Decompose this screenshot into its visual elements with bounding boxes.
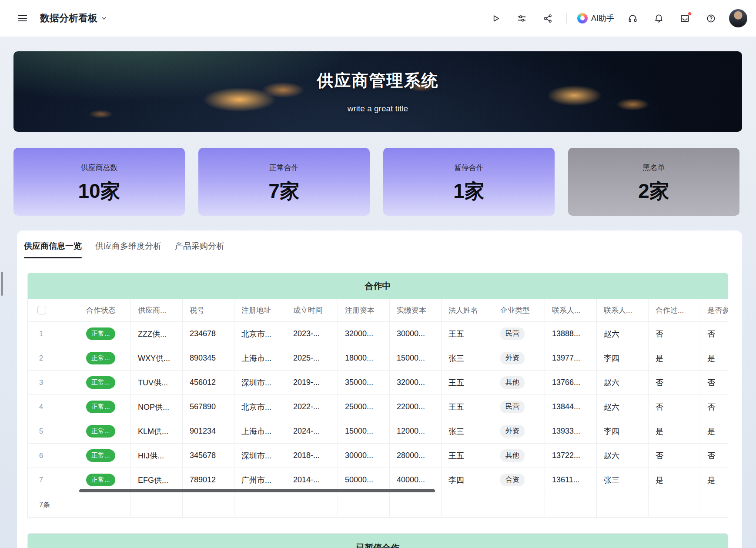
table-cell-phone[interactable]: 13722... (545, 444, 597, 468)
table-cell-name[interactable]: ZZZ供... (131, 322, 183, 346)
column-header[interactable]: 法人姓名 (442, 299, 493, 322)
table-cell-address[interactable]: 北京市... (234, 322, 286, 346)
table-cell-legal[interactable]: 张三 (442, 419, 493, 444)
table-cell-name[interactable]: HIJ供... (131, 444, 183, 468)
table-cell-reg_capital[interactable]: 25000... (338, 395, 390, 419)
table-cell-type[interactable]: 外资 (493, 419, 545, 444)
table-cell-reg_capital[interactable]: 32000... (338, 322, 390, 346)
table-cell-tax[interactable]: 567890 (183, 395, 234, 419)
present-button[interactable] (488, 10, 504, 26)
table-cell-reg_capital[interactable]: 18000... (338, 346, 390, 371)
stat-card-paused[interactable]: 暂停合作 1家 (383, 148, 555, 216)
stat-card-blacklist[interactable]: 黑名单 2家 (568, 148, 739, 216)
table-cell-tax[interactable]: 345678 (183, 444, 234, 468)
table-cell-joined[interactable]: 是 (700, 419, 728, 444)
table-cell-contact[interactable]: 张三 (597, 468, 649, 492)
table-cell-tax[interactable]: 456012 (183, 371, 234, 395)
table-cell-legal[interactable]: 李四 (442, 468, 493, 492)
column-header[interactable]: 注册地址 (234, 299, 286, 322)
table-cell-founded[interactable]: 2014-... (286, 468, 338, 492)
table-cell-coop[interactable]: 否 (649, 371, 700, 395)
table-cell-joined[interactable]: 否 (700, 322, 728, 346)
table-cell-paid_capital[interactable]: 32000... (390, 371, 442, 395)
dashboard-title-dropdown[interactable]: 数据分析看板 (40, 12, 108, 25)
column-header[interactable]: 成立时间 (286, 299, 338, 322)
table-cell-tax[interactable]: 901234 (183, 419, 234, 444)
table-cell-paid_capital[interactable]: 28000... (390, 444, 442, 468)
table-cell-address[interactable]: 上海市... (234, 419, 286, 444)
table-cell-contact[interactable]: 李四 (597, 346, 649, 371)
table-cell-joined[interactable]: 否 (700, 395, 728, 419)
select-all-checkbox[interactable] (37, 306, 46, 314)
settings-button[interactable] (514, 10, 530, 26)
menu-button[interactable] (15, 10, 30, 26)
stat-card-total[interactable]: 供应商总数 10家 (13, 148, 185, 216)
table-cell-contact[interactable]: 赵六 (597, 444, 649, 468)
table-cell-phone[interactable]: 13977... (545, 346, 597, 371)
column-header[interactable]: 税号 (183, 299, 234, 322)
table-cell-paid_capital[interactable]: 30000... (390, 322, 442, 346)
table-cell-phone[interactable]: 13844... (545, 395, 597, 419)
hero-subtitle[interactable]: write a great title (348, 104, 408, 114)
column-header[interactable]: 联系人... (597, 299, 649, 322)
table-cell-legal[interactable]: 王五 (442, 371, 493, 395)
table-cell-status[interactable]: 正常... (79, 419, 131, 444)
table-cell-type[interactable]: 民营 (493, 322, 545, 346)
table-cell-legal[interactable]: 王五 (442, 444, 493, 468)
table-cell-coop[interactable]: 否 (649, 395, 700, 419)
table-cell-coop[interactable]: 是 (649, 419, 700, 444)
table-cell-joined[interactable]: 否 (700, 371, 728, 395)
vertical-scrollbar[interactable] (1, 272, 3, 296)
table-cell-paid_capital[interactable]: 40000... (390, 468, 442, 492)
table-cell-status[interactable]: 正常... (79, 468, 131, 492)
table-cell-reg_capital[interactable]: 50000... (338, 468, 390, 492)
ai-assistant-button[interactable]: AI助手 (577, 13, 614, 23)
stat-card-active[interactable]: 正常合作 7家 (198, 148, 370, 216)
table-cell-tax[interactable]: 789012 (183, 468, 234, 492)
table-cell-name[interactable]: KLM供... (131, 419, 183, 444)
table-cell-contact[interactable]: 赵六 (597, 322, 649, 346)
table-cell-tax[interactable]: 890345 (183, 346, 234, 371)
table-cell-type[interactable]: 其他 (493, 444, 545, 468)
table-cell-founded[interactable]: 2024-... (286, 419, 338, 444)
table-cell-address[interactable]: 上海市... (234, 346, 286, 371)
table-cell-legal[interactable]: 王五 (442, 322, 493, 346)
table-cell-status[interactable]: 正常... (79, 346, 131, 371)
table-cell-coop[interactable]: 是 (649, 468, 700, 492)
table-cell-joined[interactable]: 否 (700, 444, 728, 468)
table-row[interactable]: 2正常...WXY供...890345上海市...2025-...18000..… (28, 346, 728, 371)
table-cell-reg_capital[interactable]: 35000... (338, 371, 390, 395)
column-header[interactable]: 是否参 (700, 299, 728, 322)
table-cell-phone[interactable]: 13766... (545, 371, 597, 395)
column-header[interactable]: 合作状态 (79, 299, 131, 322)
table-cell-contact[interactable]: 赵六 (597, 371, 649, 395)
table-cell-founded[interactable]: 2022-... (286, 395, 338, 419)
tab-procurement-analysis[interactable]: 产品采购分析 (175, 239, 224, 258)
support-button[interactable] (625, 10, 640, 26)
table-cell-name[interactable]: TUV供... (131, 371, 183, 395)
table-cell-address[interactable]: 北京市... (234, 395, 286, 419)
table-cell-tax[interactable]: 234678 (183, 322, 234, 346)
column-header[interactable]: 注册资本 (338, 299, 390, 322)
table-row[interactable]: 5正常...KLM供...901234上海市...2024-...15000..… (28, 419, 728, 444)
table-cell-joined[interactable]: 是 (700, 346, 728, 371)
table-cell-address[interactable]: 深圳市... (234, 444, 286, 468)
table-cell-phone[interactable]: 13888... (545, 322, 597, 346)
table-cell-paid_capital[interactable]: 12000... (390, 419, 442, 444)
table-cell-founded[interactable]: 2018-... (286, 444, 338, 468)
tab-supplier-overview[interactable]: 供应商信息一览 (24, 239, 82, 258)
table-cell-status[interactable]: 正常... (79, 395, 131, 419)
table-cell-status[interactable]: 正常... (79, 444, 131, 468)
table-cell-contact[interactable]: 赵六 (597, 395, 649, 419)
table-cell-contact[interactable]: 李四 (597, 419, 649, 444)
hero-banner[interactable]: 供应商管理系统 write a great title (13, 51, 742, 132)
table-cell-joined[interactable]: 是 (700, 468, 728, 492)
table-cell-founded[interactable]: 2025-... (286, 346, 338, 371)
table-cell-paid_capital[interactable]: 15000... (390, 346, 442, 371)
table-cell-coop[interactable]: 是 (649, 346, 700, 371)
table-cell-type[interactable]: 民营 (493, 395, 545, 419)
horizontal-scrollbar[interactable] (79, 489, 435, 492)
table-cell-status[interactable]: 正常... (79, 371, 131, 395)
table-cell-name[interactable]: NOP供... (131, 395, 183, 419)
table-cell-paid_capital[interactable]: 22000... (390, 395, 442, 419)
